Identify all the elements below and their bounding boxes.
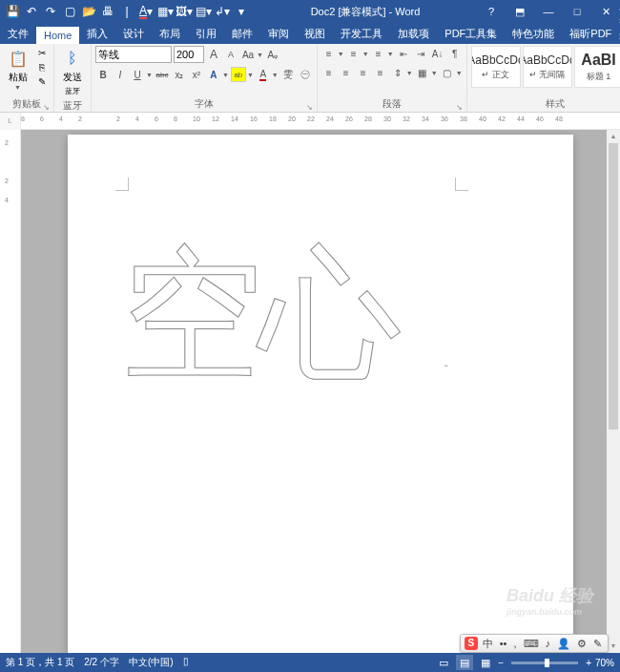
new-doc-icon[interactable]: ▢ — [61, 3, 78, 20]
ruler-h-scale[interactable]: 8642246810121416182022242628303234363840… — [21, 113, 620, 129]
justify-button[interactable]: ≡ — [373, 65, 388, 80]
align-left-button[interactable]: ≡ — [321, 65, 337, 80]
status-word-count[interactable]: 2/2 个字 — [84, 656, 119, 669]
qat-image-icon[interactable]: 🖼▾ — [176, 3, 193, 20]
clear-format-button[interactable]: Aᵩ — [265, 47, 280, 62]
align-right-button[interactable]: ≡ — [356, 65, 371, 80]
dialog-launcher-icon[interactable]: ↘ — [456, 103, 463, 112]
font-size-combo[interactable] — [174, 46, 204, 63]
view-print-icon[interactable]: ▤ — [456, 655, 473, 670]
dialog-launcher-icon[interactable]: ↘ — [306, 103, 313, 112]
change-case-button[interactable]: Aa — [240, 47, 256, 62]
scroll-thumb[interactable] — [609, 143, 618, 430]
vertical-scrollbar[interactable]: ▴ ▾ — [607, 130, 620, 653]
qat-layout-icon[interactable]: ▤▾ — [195, 3, 212, 20]
tab-home[interactable]: Home — [36, 27, 79, 44]
bold-button[interactable]: B — [95, 67, 111, 82]
undo-icon[interactable]: ↶ — [23, 3, 40, 20]
numbering-button[interactable]: ≡ — [346, 46, 362, 61]
status-page[interactable]: 第 1 页，共 1 页 — [6, 656, 74, 669]
ime-punct[interactable]: •• — [498, 638, 509, 649]
qat-wrap-icon[interactable]: ↲▾ — [214, 3, 231, 20]
style-normal[interactable]: AaBbCcDc↵ 正文 — [471, 46, 521, 88]
format-painter-button[interactable]: ✎ — [34, 74, 50, 88]
align-center-button[interactable]: ≡ — [339, 65, 354, 80]
font-name-combo[interactable] — [95, 46, 172, 63]
scroll-up-icon[interactable]: ▴ — [607, 130, 620, 143]
tab-developer[interactable]: 开发工具 — [333, 24, 390, 44]
status-language[interactable]: 中文(中国) — [129, 656, 174, 669]
cut-button[interactable]: ✂ — [34, 46, 50, 59]
ribbon-display-options-icon[interactable]: ⬒ — [506, 0, 534, 23]
tab-references[interactable]: 引用 — [188, 24, 224, 44]
zoom-in-button[interactable]: + — [586, 658, 591, 668]
tab-layout[interactable]: 布局 — [152, 24, 188, 44]
line-spacing-button[interactable]: ⇕ — [390, 65, 405, 80]
ime-user-icon[interactable]: 👤 — [555, 638, 572, 650]
view-web-icon[interactable]: ▦ — [477, 655, 494, 670]
increase-indent-button[interactable]: ⇥ — [413, 46, 428, 61]
tab-features[interactable]: 特色功能 — [505, 24, 562, 44]
tab-view[interactable]: 视图 — [297, 24, 333, 44]
shrink-font-button[interactable]: A — [223, 47, 238, 62]
sort-button[interactable]: A↓ — [430, 46, 445, 61]
text-effects-button[interactable]: A — [206, 67, 221, 82]
strike-button[interactable]: abc — [155, 67, 170, 82]
style-no-spacing[interactable]: AaBbCcDc↵ 无间隔 — [523, 46, 572, 88]
enclose-button[interactable]: ㊀ — [298, 67, 313, 82]
ime-keyboard-icon[interactable]: ⌨ — [522, 638, 541, 650]
ime-toolbar[interactable]: S 中 •• , ⌨ ♪ 👤 ⚙ ✎ — [460, 634, 609, 653]
ime-lang[interactable]: 中 — [481, 637, 495, 651]
multilevel-button[interactable]: ≡ — [371, 46, 386, 61]
shading-button[interactable]: ▦ — [415, 65, 430, 80]
show-marks-button[interactable]: ¶ — [447, 46, 463, 61]
bluetooth-send-button[interactable]: ᛒ 发送 蓝牙 — [58, 46, 87, 98]
document-text[interactable]: 空心 — [120, 220, 397, 413]
phonetic-button[interactable]: 雯 — [280, 67, 296, 82]
view-read-icon[interactable]: ▭ — [435, 655, 452, 670]
help-icon[interactable]: ? — [477, 0, 506, 23]
paste-button[interactable]: 📋 粘贴 ▼ — [4, 46, 32, 93]
qat-font-color-icon[interactable]: A▾ — [137, 3, 155, 20]
dialog-launcher-icon[interactable]: ↘ — [43, 103, 50, 112]
redo-icon[interactable]: ↷ — [42, 3, 59, 20]
ime-voice-icon[interactable]: ♪ — [544, 638, 553, 649]
italic-button[interactable]: I — [113, 67, 128, 82]
sogou-logo-icon[interactable]: S — [465, 637, 478, 650]
borders-button[interactable]: ▢ — [440, 65, 455, 80]
tab-review[interactable]: 审阅 — [260, 24, 297, 44]
font-color-button[interactable]: A — [256, 67, 271, 82]
ime-comma[interactable]: , — [511, 638, 518, 649]
zoom-slider[interactable] — [511, 662, 578, 664]
superscript-button[interactable]: x² — [189, 67, 204, 82]
tab-design[interactable]: 设计 — [115, 24, 152, 44]
open-icon[interactable]: 📂 — [80, 3, 97, 20]
scroll-down-icon[interactable]: ▾ — [607, 640, 620, 653]
page[interactable]: 空心 ˽ — [68, 135, 573, 653]
zoom-out-button[interactable]: − — [498, 658, 504, 668]
tab-insert[interactable]: 插入 — [79, 24, 115, 44]
zoom-handle[interactable] — [545, 659, 549, 667]
tab-foxit-pdf[interactable]: 福昕PDF — [562, 24, 619, 44]
tab-mailings[interactable]: 邮件 — [224, 24, 260, 44]
style-heading1[interactable]: AaBI标题 1 — [574, 46, 620, 88]
qat-more-icon[interactable]: ▾ — [233, 3, 250, 20]
minimize-icon[interactable]: — — [534, 0, 563, 23]
tab-pdf-tools[interactable]: PDF工具集 — [437, 24, 505, 44]
zoom-level[interactable]: 70% — [595, 658, 614, 668]
ruler-vertical[interactable]: 224 — [0, 130, 21, 653]
bullets-button[interactable]: ≡ — [321, 46, 337, 61]
save-icon[interactable]: 💾 — [4, 3, 21, 20]
tab-file[interactable]: 文件 — [0, 24, 36, 44]
document-viewport[interactable]: 空心 ˽ Baidu 经验 jingyan.baidu.com — [21, 130, 620, 653]
ime-settings-icon[interactable]: ⚙ — [575, 638, 589, 650]
subscript-button[interactable]: x₂ — [172, 67, 187, 82]
copy-button[interactable]: ⎘ — [34, 60, 50, 74]
qat-table-icon[interactable]: ▦▾ — [156, 3, 174, 20]
status-insert-mode[interactable]: ▯ — [183, 656, 189, 669]
maximize-icon[interactable]: □ — [563, 0, 591, 23]
close-icon[interactable]: ✕ — [591, 0, 620, 23]
grow-font-button[interactable]: A — [206, 47, 221, 62]
tab-addins[interactable]: 加载项 — [390, 24, 437, 44]
print-icon[interactable]: 🖶 — [99, 3, 116, 20]
